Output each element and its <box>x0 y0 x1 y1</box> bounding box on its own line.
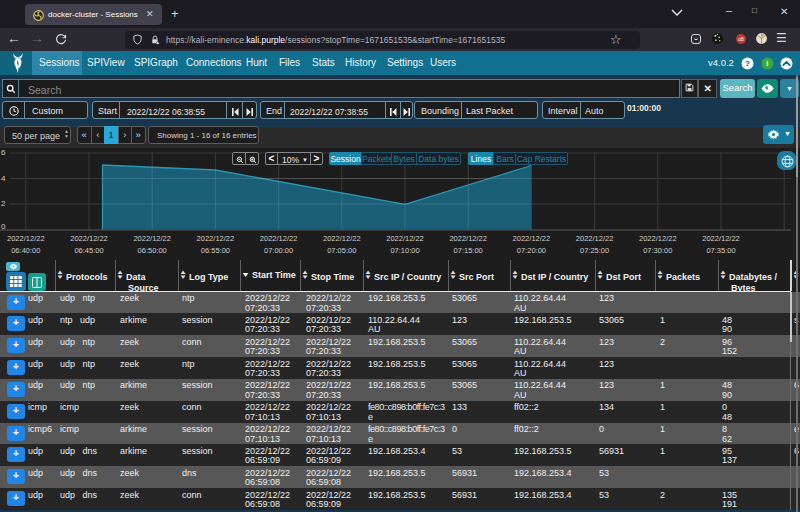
svg-text:uB: uB <box>738 37 744 42</box>
svg-text:i: i <box>766 59 768 68</box>
svg-text:?: ? <box>745 59 750 68</box>
